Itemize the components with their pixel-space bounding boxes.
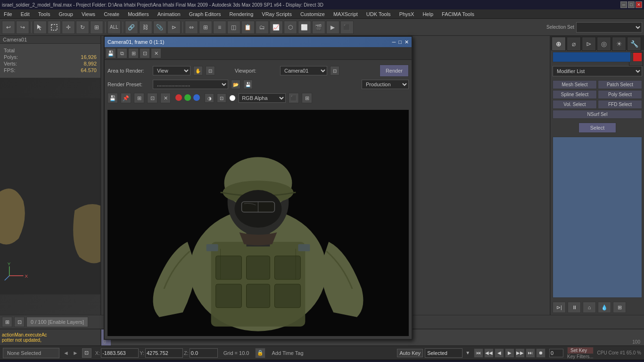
named-selection-set-dropdown[interactable] bbox=[576, 22, 642, 33]
set-key-button[interactable]: Set Key bbox=[567, 347, 594, 354]
layer-icon-btn-2[interactable]: ⊡ bbox=[14, 317, 25, 327]
color-reset-button[interactable] bbox=[633, 52, 642, 62]
viewport-icon[interactable]: ⊡ bbox=[330, 66, 339, 75]
menu-group[interactable]: Group bbox=[57, 11, 75, 17]
vol-select-button[interactable]: Vol. Select bbox=[553, 100, 597, 109]
color-swatch[interactable] bbox=[553, 52, 631, 62]
scene-explorer-button[interactable]: 🗂 bbox=[256, 21, 269, 34]
poly-select-button[interactable]: Poly Select bbox=[598, 90, 642, 99]
menu-create[interactable]: Create bbox=[102, 11, 121, 17]
render-dialog-close[interactable]: ✕ bbox=[405, 39, 409, 45]
render-icon-3[interactable]: ⊞ bbox=[134, 93, 144, 103]
y-coord-input[interactable] bbox=[145, 348, 183, 358]
modifier-list-dropdown[interactable]: Modifier List bbox=[553, 66, 642, 76]
curve-editor-button[interactable]: 📈 bbox=[270, 21, 283, 34]
select-obj-button[interactable] bbox=[33, 21, 47, 34]
select-region-button[interactable] bbox=[48, 21, 61, 34]
render-preset-select[interactable]: ....................... bbox=[153, 80, 228, 89]
render-copy-icon[interactable]: ⧉ bbox=[117, 48, 127, 58]
pb-record[interactable]: ⏺ bbox=[536, 348, 545, 358]
render-setup-button[interactable]: 🎬 bbox=[312, 21, 325, 34]
channel-icon-1[interactable]: ⬛ bbox=[289, 93, 299, 103]
maximize-button[interactable]: □ bbox=[628, 1, 635, 8]
cp-tab-motion[interactable]: ◎ bbox=[597, 37, 611, 51]
patch-select-button[interactable]: Patch Select bbox=[598, 80, 642, 89]
quick-align-button[interactable]: ≡ bbox=[213, 21, 226, 34]
move-button[interactable]: ✛ bbox=[62, 21, 75, 34]
menu-vray-scripts[interactable]: VRay Scripts bbox=[260, 11, 294, 17]
render-dialog-titlebar[interactable]: Camera01, frame 0 (1:1) ─ □ ✕ bbox=[105, 37, 412, 47]
nsurf-sel-button[interactable]: NSurf Sel bbox=[553, 110, 642, 119]
menu-views[interactable]: Views bbox=[80, 11, 97, 17]
channel-toggle[interactable]: ◑ bbox=[205, 93, 214, 103]
menu-modifiers[interactable]: Modifiers bbox=[126, 11, 151, 17]
pb-next[interactable]: ▶▶ bbox=[515, 348, 525, 358]
z-coord-input[interactable] bbox=[190, 348, 218, 358]
lock-button[interactable]: 🔒 bbox=[255, 348, 265, 358]
channel-icon-2[interactable]: ⊞ bbox=[302, 93, 312, 103]
viewport-select[interactable]: Camera01 bbox=[280, 66, 327, 75]
select-button[interactable]: Select bbox=[578, 123, 617, 133]
cp-tab-hierarchy[interactable]: ⊳ bbox=[582, 37, 596, 51]
link-button[interactable]: 🔗 bbox=[125, 21, 138, 34]
render-dialog-minimize[interactable]: ─ bbox=[392, 39, 396, 45]
mono-btn[interactable] bbox=[229, 95, 236, 101]
render-active-button[interactable]: ⬛ bbox=[340, 21, 354, 34]
material-editor-button[interactable]: ⬜ bbox=[298, 21, 311, 34]
undo-button[interactable]: ↩ bbox=[2, 21, 15, 34]
cp-tab-modify[interactable]: ⌀ bbox=[567, 37, 581, 51]
menu-physx[interactable]: PhysX bbox=[397, 11, 416, 17]
spline-select-button[interactable]: Spline Select bbox=[553, 90, 597, 99]
menu-animation[interactable]: Animation bbox=[156, 11, 182, 17]
cp-tab-display[interactable]: ☀ bbox=[612, 37, 626, 51]
status-icon[interactable]: ⊡ bbox=[82, 348, 91, 358]
render-main-button[interactable]: Render bbox=[380, 65, 409, 77]
unlink-button[interactable]: ⛓ bbox=[139, 21, 152, 34]
hierarchy-button[interactable]: ⊳ bbox=[167, 21, 181, 34]
rotate-button[interactable]: ↻ bbox=[76, 21, 89, 34]
mesh-select-button[interactable]: Mesh Select bbox=[553, 80, 597, 89]
render-icon-1[interactable]: 💾 bbox=[107, 93, 118, 103]
cp-tab-utilities[interactable]: 🔧 bbox=[627, 37, 641, 51]
render-icon-4[interactable]: ⊡ bbox=[147, 93, 157, 103]
all-button[interactable]: ALL bbox=[107, 21, 121, 34]
status-arrow-left[interactable]: ◄ bbox=[63, 350, 69, 356]
menu-file[interactable]: File bbox=[2, 11, 14, 17]
align-button[interactable]: ◫ bbox=[227, 21, 240, 34]
render-preset-icon-2[interactable]: 💾 bbox=[243, 80, 253, 89]
add-time-tag-button[interactable]: Add Time Tag bbox=[269, 349, 306, 357]
render-icon-2[interactable]: 📌 bbox=[121, 93, 131, 103]
x-coord-input[interactable] bbox=[101, 348, 139, 358]
key-filters-button[interactable]: Key Filters... bbox=[567, 354, 594, 359]
render-preset-icon-1[interactable]: 📂 bbox=[231, 80, 240, 89]
left-3d-viewport[interactable]: X Y bbox=[0, 78, 100, 315]
close-button[interactable]: ✕ bbox=[636, 1, 642, 8]
auto-key-button[interactable]: Auto Key bbox=[397, 349, 423, 357]
minimize-button[interactable]: ─ bbox=[620, 1, 627, 8]
array-button[interactable]: ⊞ bbox=[199, 21, 212, 34]
pb-play[interactable]: ▶ bbox=[505, 348, 514, 358]
status-arrow-right[interactable]: ► bbox=[73, 350, 78, 356]
ffd-select-button[interactable]: FFD Select bbox=[598, 100, 642, 109]
menu-customize[interactable]: Customize bbox=[298, 11, 327, 17]
render-paste-icon[interactable]: ⊞ bbox=[128, 48, 139, 58]
render-close-icon[interactable]: ✕ bbox=[151, 48, 161, 58]
render-dialog-maximize[interactable]: □ bbox=[398, 39, 402, 45]
pb-prev-frame[interactable]: ◀◀ bbox=[484, 348, 494, 358]
channel-options[interactable]: ⊡ bbox=[217, 93, 226, 103]
layers-button[interactable]: 0 / 100 [Enable Layers] bbox=[26, 317, 88, 327]
menu-rendering[interactable]: Rendering bbox=[228, 11, 256, 17]
render-channel-select[interactable]: RGB Alpha bbox=[239, 93, 286, 103]
layer-icon-btn[interactable]: ⊞ bbox=[2, 317, 12, 327]
render-save-icon[interactable]: 💾 bbox=[106, 48, 116, 58]
area-render-icon-1[interactable]: ✋ bbox=[193, 66, 203, 75]
menu-maxscript[interactable]: MAXScript bbox=[331, 11, 360, 17]
production-select[interactable]: Production bbox=[362, 80, 409, 89]
cp-tab-create[interactable]: ⊕ bbox=[552, 37, 566, 51]
bind-button[interactable]: 📎 bbox=[153, 21, 166, 34]
pb-prev[interactable]: ◀ bbox=[495, 348, 504, 358]
render-channel-icon[interactable]: ⊡ bbox=[140, 48, 150, 58]
redo-button[interactable]: ↪ bbox=[16, 21, 29, 34]
ctrl-btn-1[interactable]: ⊳| bbox=[553, 302, 566, 313]
pb-end[interactable]: ⏭ bbox=[526, 348, 535, 358]
